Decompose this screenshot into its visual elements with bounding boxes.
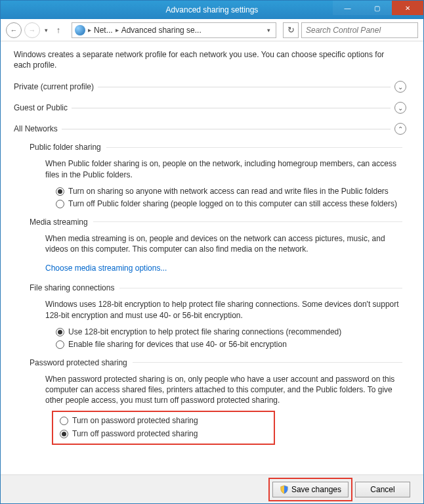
radio-enc-128[interactable]: Use 128-bit encryption to help protect f…: [56, 326, 406, 339]
forward-button[interactable]: →: [24, 22, 40, 38]
save-changes-button[interactable]: Save changes: [272, 482, 349, 497]
subsection-public-folder: Public folder sharing: [30, 141, 406, 153]
sub-label: Public folder sharing: [30, 143, 101, 152]
divider: [133, 362, 402, 363]
breadcrumb-1[interactable]: Net...: [93, 26, 114, 35]
section-header-guest[interactable]: Guest or Public ⌄: [14, 99, 406, 116]
radio-public-off[interactable]: Turn off Public folder sharing (people l…: [56, 198, 406, 211]
subsection-password: Password protected sharing: [30, 357, 406, 369]
sub-header: Media streaming: [30, 216, 406, 228]
refresh-button[interactable]: ↻: [283, 22, 299, 38]
chevron-right-icon: ▸: [114, 26, 120, 34]
option-label: Enable file sharing for devices that use…: [68, 340, 287, 350]
option-label: Turn on sharing so anyone with network a…: [68, 187, 389, 197]
intro-text: Windows creates a separate network profi…: [14, 49, 398, 70]
sub-label: Media streaming: [30, 218, 88, 227]
divider: [106, 147, 402, 148]
radio-public-on[interactable]: Turn on sharing so anyone with network a…: [56, 185, 406, 198]
radio-icon: [56, 187, 64, 196]
search-box[interactable]: [301, 22, 418, 38]
sub-header: Public folder sharing: [30, 141, 406, 153]
divider: [72, 108, 391, 108]
back-button[interactable]: ←: [6, 22, 22, 38]
section-private: Private (current profile) ⌄: [14, 78, 406, 95]
option-label: Use 128-bit encryption to help protect f…: [68, 327, 341, 338]
option-label: Turn off password protected sharing: [72, 429, 198, 440]
breadcrumb-2[interactable]: Advanced sharing se...: [120, 26, 203, 35]
section-header-private[interactable]: Private (current profile) ⌄: [14, 78, 406, 95]
radio-icon: [60, 430, 68, 438]
radio-icon: [60, 417, 68, 425]
divider: [119, 288, 402, 288]
chevron-up-icon: ⌃: [394, 123, 406, 135]
cancel-button[interactable]: Cancel: [355, 482, 410, 497]
media-options-link[interactable]: Choose media streaming options...: [45, 263, 167, 273]
chevron-right-icon: ▸: [87, 26, 93, 34]
highlight-box-password: Turn on password protected sharing Turn …: [52, 411, 275, 444]
sub-label: File sharing connections: [30, 283, 114, 292]
public-folder-options: Turn on sharing so anyone with network a…: [56, 185, 406, 211]
section-all-networks: All Networks ⌃ Public folder sharing Whe…: [14, 120, 406, 444]
content-area: Windows creates a separate network profi…: [1, 41, 423, 474]
media-desc: When media streaming is on, people and d…: [45, 233, 401, 254]
radio-password-off[interactable]: Turn off password protected sharing: [60, 428, 271, 441]
fileconn-options: Use 128-bit encryption to help protect f…: [56, 326, 406, 352]
option-label: Turn on password protected sharing: [72, 416, 198, 426]
radio-icon: [56, 328, 64, 336]
divider: [62, 129, 391, 129]
radio-password-on[interactable]: Turn on password protected sharing: [60, 415, 271, 428]
arrow-right-icon: →: [29, 26, 36, 34]
section-label: Guest or Public: [14, 103, 68, 112]
section-header-all[interactable]: All Networks ⌃: [14, 120, 406, 137]
radio-icon: [56, 340, 64, 349]
refresh-icon: ↻: [287, 25, 295, 35]
public-folder-desc: When Public folder sharing is on, people…: [45, 158, 401, 179]
arrow-up-icon: ↑: [56, 25, 61, 35]
close-button[interactable]: ✕: [392, 1, 423, 15]
footer-bar: Save changes Cancel: [1, 474, 423, 503]
chevron-down-icon: ⌄: [394, 102, 406, 114]
button-label: Save changes: [291, 485, 341, 494]
chevron-down-icon: ⌄: [394, 81, 406, 93]
arrow-left-icon: ←: [11, 26, 18, 34]
subsection-file-conn: File sharing connections: [30, 282, 406, 294]
button-label: Cancel: [370, 485, 394, 494]
divider: [98, 87, 391, 87]
caption-buttons: — ▢ ✕: [333, 1, 423, 15]
option-label: Turn off Public folder sharing (people l…: [68, 199, 397, 210]
shield-icon: [280, 485, 289, 494]
minimize-button[interactable]: —: [333, 1, 362, 15]
subsection-media: Media streaming: [30, 216, 406, 228]
up-button[interactable]: ↑: [52, 24, 65, 37]
location-icon: [75, 25, 85, 35]
sub-header: Password protected sharing: [30, 357, 406, 369]
fileconn-desc: Windows uses 128-bit encryption to help …: [45, 299, 401, 320]
maximize-button[interactable]: ▢: [362, 1, 392, 15]
section-label: Private (current profile): [14, 82, 94, 91]
window-frame: Advanced sharing settings — ▢ ✕ ← → ▾ ↑ …: [0, 0, 424, 504]
radio-enc-40-56[interactable]: Enable file sharing for devices that use…: [56, 338, 406, 352]
history-dropdown[interactable]: ▾: [43, 27, 49, 34]
search-input[interactable]: [306, 26, 413, 35]
nav-bar: ← → ▾ ↑ ▸ Net... ▸ Advanced sharing se..…: [1, 19, 423, 41]
sub-header: File sharing connections: [30, 282, 406, 294]
section-label: All Networks: [14, 124, 58, 133]
radio-icon: [56, 200, 64, 208]
address-bar[interactable]: ▸ Net... ▸ Advanced sharing se... ▾: [72, 22, 276, 38]
sub-label: Password protected sharing: [30, 358, 127, 367]
divider: [93, 221, 402, 222]
titlebar: Advanced sharing settings — ▢ ✕: [1, 1, 423, 19]
section-guest: Guest or Public ⌄: [14, 99, 406, 116]
address-dropdown-icon[interactable]: ▾: [263, 27, 274, 34]
password-desc: When password protected sharing is on, o…: [45, 374, 401, 406]
